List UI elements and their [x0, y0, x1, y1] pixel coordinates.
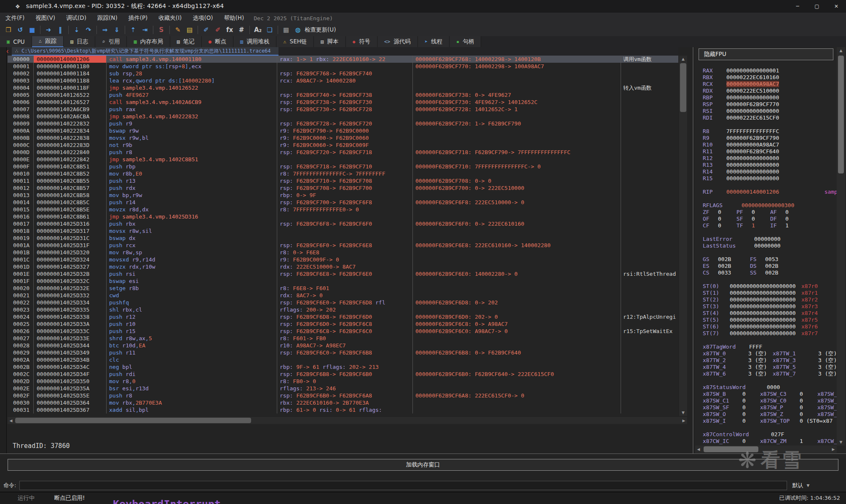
check-updates-button[interactable]: 检查更新(U): [305, 26, 336, 34]
x87-sw-row[interactable]: x87SW_SF0x87SW_P0x87SW_U0: [703, 404, 838, 411]
scroll-left-icon[interactable]: ◀: [695, 445, 702, 453]
x87-tw-row[interactable]: x87TW_43 (空)x87TW_53 (空): [703, 364, 838, 371]
open-file-icon[interactable]: ❒: [3, 24, 14, 35]
register-spacer[interactable]: [703, 121, 838, 128]
tab-线程[interactable]: ➤线程: [418, 36, 450, 47]
trace-row[interactable]: 0001B000000014025D320mov r8w,spr8: 0-> F…: [8, 249, 678, 256]
trace-row[interactable]: 00022000000014025D334pushfqrsp: F62B9CF6…: [8, 299, 678, 306]
register-spacer[interactable]: [703, 337, 838, 344]
hide-fpu-button[interactable]: 隐藏FPU: [699, 48, 833, 60]
trace-row[interactable]: 0000B0000000140222838movsx r9w,blr9: F62…: [8, 134, 678, 141]
trace-row[interactable]: 000090000000140222832push r9rsp: F62B9CF…: [8, 120, 678, 127]
step-out-icon[interactable]: ⇡: [127, 24, 139, 35]
panel-splitter[interactable]: [693, 47, 693, 454]
register-RDX[interactable]: RDX00000222EC510000: [703, 88, 838, 94]
trace-row[interactable]: 00031000000014025D367xadd sil,bplrbp: 61…: [8, 406, 678, 413]
register-spacer[interactable]: [703, 182, 838, 189]
register-RDI[interactable]: RDI00000222EC615CF0: [703, 115, 838, 121]
x87-sw-row[interactable]: x87SW_I0x87SW_TOP0 (ST0=x87: [703, 418, 838, 424]
register-LastStatus[interactable]: LastStatus00000000: [703, 243, 838, 249]
register-RSP[interactable]: RSP000000F62B9CF770: [703, 101, 838, 108]
trace-row[interactable]: 0000E0000000140222842jmp sample3.4.vmp.1…: [8, 156, 678, 163]
maximize-button[interactable]: ▢: [807, 0, 827, 13]
x87-sw-row[interactable]: x87SW_B0x87SW_C30x87SW_C20: [703, 391, 838, 397]
trace-row[interactable]: 000010000000140001180mov dword ptr ss:[r…: [8, 63, 678, 70]
x87-cw-row[interactable]: x87CW_IC0x87CW_ZM1x87CW_PM1: [703, 438, 838, 445]
trace-row[interactable]: 0001A000000014025D31Fpush rcxrsp: F62B9C…: [8, 242, 678, 249]
step-over-icon[interactable]: ↷: [83, 24, 94, 35]
tab-笔记[interactable]: ▤笔记: [170, 36, 202, 47]
trace-row[interactable]: 0000D0000000140222840push r8rsp: F62B9CF…: [8, 149, 678, 156]
trace-file-tab[interactable]: ∴ C:\Users\90965\Desktop\新vmp研究\记录下基于符号执…: [12, 47, 278, 56]
trace-row[interactable]: 00017000000014025D316push rbxrsp: F62B9C…: [8, 220, 678, 227]
trace-row[interactable]: 000000000000140001206call sample3.4.vmp.…: [8, 56, 678, 63]
trace-row[interactable]: 0000800000001402A6CBAjmp sample3.4.vmp.1…: [8, 113, 678, 120]
trace-row[interactable]: 000050000000140126522push 4FE9627rsp: F6…: [8, 91, 678, 99]
trace-row[interactable]: 000020000000140001184sub rsp,28rsp: F62B…: [8, 70, 678, 77]
trace-row[interactable]: 0000F00000001402C8B51push rbprsp: F62B9C…: [8, 163, 678, 170]
register-spacer[interactable]: [703, 249, 838, 256]
stop-icon[interactable]: ■: [26, 24, 38, 35]
trace-row[interactable]: 0002D000000014025D350mov r8,0r8: FB0-> 0: [8, 378, 678, 385]
trace-row[interactable]: 0001F000000014025D32Cbswap esi: [8, 277, 678, 285]
step-into-icon[interactable]: ⇣: [71, 24, 83, 35]
scroll-up-icon[interactable]: ▲: [679, 56, 687, 62]
menu-item[interactable]: 视图(V): [30, 13, 61, 24]
register-ST(5)[interactable]: ST(5)00000000000000000000x87r5: [703, 317, 838, 323]
menu-item[interactable]: 收藏夹(I): [153, 13, 187, 24]
flags-row[interactable]: ZF0PF0AF0: [703, 209, 838, 216]
tab-断点[interactable]: ●断点: [202, 36, 233, 47]
menu-item[interactable]: 插件(P): [123, 13, 153, 24]
trace-row[interactable]: 00028000000014025D344btc r10d,EAr10: A98…: [8, 342, 678, 349]
x87-statusword[interactable]: x87StatusWord0000: [703, 384, 838, 391]
trace-row[interactable]: 00024000000014025D338push r12rsp: F62B9C…: [8, 313, 678, 320]
tab-脚本[interactable]: ▤脚本: [314, 36, 345, 47]
scroll-up-icon[interactable]: ▲: [837, 47, 845, 54]
register-ST(6)[interactable]: ST(6)00000000000000000000x87r6: [703, 323, 838, 330]
scroll-down-icon[interactable]: ▼: [679, 409, 687, 416]
tab-句柄[interactable]: ▪句柄: [450, 36, 481, 47]
close-button[interactable]: ✕: [827, 0, 846, 13]
x87-tagword[interactable]: x87TagWordFFFF: [703, 344, 838, 350]
trace-row[interactable]: 0001200000001402C8B57push rdxrsp: F62B9C…: [8, 184, 678, 192]
menu-item[interactable]: 帮助(H): [219, 13, 250, 24]
x87-tw-row[interactable]: x87TW_03 (空)x87TW_13 (空): [703, 350, 838, 357]
register-RBP[interactable]: RBP0000000000000000: [703, 94, 838, 101]
register-R10[interactable]: R100000000000A98AC7: [703, 141, 838, 148]
register-ST(3)[interactable]: ST(3)00000000000000000000x87r3: [703, 303, 838, 310]
command-profile-select[interactable]: 默认 ▼: [792, 482, 809, 489]
register-LastError[interactable]: LastError00000000: [703, 236, 838, 243]
trace-row[interactable]: 0001E000000014025D32Bpush rsirsp: F62B9C…: [8, 270, 678, 277]
register-ST(7)[interactable]: ST(7)00000000000000000000x87r7: [703, 330, 838, 337]
trace-row[interactable]: 00026000000014025D33Cpush r15rsp: F62B9C…: [8, 328, 678, 335]
tab-日志[interactable]: ▤日志: [64, 36, 95, 47]
trace-row[interactable]: 0001100000001402C8B55push r13rsp: F62B9C…: [8, 177, 678, 184]
trace-row[interactable]: 00029000000014025D349push r11rsp: F62B9C…: [8, 349, 678, 356]
register-ST(1)[interactable]: ST(1)00000000000000000000x87r1: [703, 290, 838, 296]
trace-row[interactable]: 0002A000000014025D34Bclc: [8, 356, 678, 363]
check-updates-icon[interactable]: ◍: [292, 24, 304, 35]
calculator-icon[interactable]: ▦: [280, 24, 292, 35]
trace-row[interactable]: 00030000000014025D364mov rbx,2B770E3Arbx…: [8, 399, 678, 406]
register-RBX[interactable]: RBX00000222EC610160: [703, 74, 838, 81]
segments-row[interactable]: GS002BFS0053: [703, 256, 838, 263]
trace-row[interactable]: 00027000000014025D33Eshrd r8w,ax,5r8: F6…: [8, 335, 678, 342]
trace-row[interactable]: 0001300000001402C8B58mov bp,r9wrbp: 0-> …: [8, 192, 678, 199]
register-R12[interactable]: R120000000000000000: [703, 155, 838, 162]
trace-row[interactable]: 0001C000000014025D324movsxd r9,r14dr9: F…: [8, 256, 678, 263]
load-memory-window-button[interactable]: 加载内存窗口: [8, 459, 838, 471]
register-spacer[interactable]: [703, 276, 838, 283]
x87-sw-row[interactable]: x87SW_C10x87SW_C00x87SW_ES0: [703, 397, 838, 404]
scroll-down-icon[interactable]: ▼: [837, 439, 845, 445]
register-spacer[interactable]: [703, 195, 838, 202]
register-RIP[interactable]: RIP0000000140001206 samp: [703, 189, 838, 195]
flags-row[interactable]: CF0TF1IF1: [703, 222, 838, 229]
menu-item[interactable]: 调试(D): [61, 13, 92, 24]
execute-till-return-icon[interactable]: ⇒: [99, 24, 111, 35]
trace-row[interactable]: 0002F000000014025D35Epush r8rsp: F62B9CF…: [8, 392, 678, 399]
registers-vertical-scrollbar[interactable]: ▲ ▼: [837, 47, 845, 445]
tab-符号[interactable]: ◆符号: [346, 36, 377, 47]
register-RCX[interactable]: RCX0000000000A98AC7: [703, 81, 838, 88]
trace-row[interactable]: 00021000000014025D332cwdrdx: 8AC7-> 0: [8, 292, 678, 299]
trace-row[interactable]: 0001500000001402C8B5Emovzx r8d,dxr8: 7FF…: [8, 206, 678, 213]
